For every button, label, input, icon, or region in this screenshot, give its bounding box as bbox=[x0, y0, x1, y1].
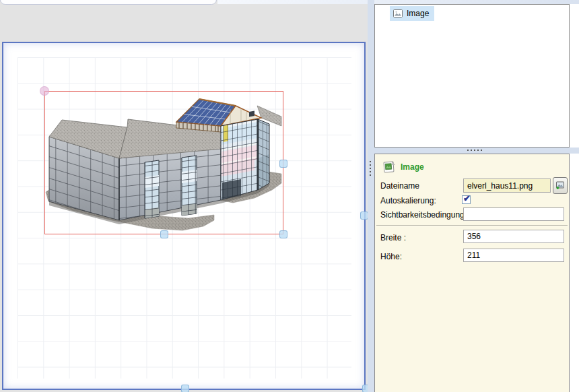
image-file-icon bbox=[382, 160, 397, 174]
selection-handle-bottom-right[interactable] bbox=[279, 230, 287, 238]
vertical-splitter-grip[interactable] bbox=[370, 161, 371, 176]
properties-title: Image bbox=[401, 162, 424, 172]
height-input[interactable] bbox=[463, 249, 564, 262]
selection-rectangle[interactable] bbox=[44, 91, 283, 234]
checkmark-icon: ✔ bbox=[463, 195, 471, 202]
selection-handle-bottom-middle[interactable] bbox=[160, 230, 168, 238]
visibility-condition-input[interactable] bbox=[463, 207, 564, 221]
autoscale-label: Autoskalierung: bbox=[380, 196, 436, 205]
filename-input[interactable] bbox=[463, 178, 551, 193]
properties-panel: Image Dateiname Autoskalierung: ✔ Sichtb… bbox=[374, 154, 570, 392]
toolbox-item-image[interactable]: Image bbox=[390, 6, 434, 21]
image-icon bbox=[393, 8, 403, 19]
vertical-splitter[interactable] bbox=[368, 0, 374, 392]
toolbox-panel: Image bbox=[374, 4, 570, 148]
design-canvas-area bbox=[0, 0, 368, 392]
toolbar-tab-remnant bbox=[0, 0, 217, 5]
horizontal-splitter[interactable] bbox=[374, 148, 579, 154]
selection-handle-right-middle[interactable] bbox=[279, 160, 287, 168]
selection-handle-top-left[interactable] bbox=[40, 86, 49, 96]
width-input[interactable] bbox=[463, 230, 564, 243]
toolbox-item-label: Image bbox=[407, 9, 429, 18]
browse-image-icon bbox=[555, 181, 565, 190]
filename-label: Dateiname bbox=[380, 181, 419, 191]
browse-button[interactable] bbox=[553, 177, 568, 194]
height-label: Höhe: bbox=[380, 252, 402, 261]
autoscale-checkbox[interactable]: ✔ bbox=[462, 195, 471, 204]
page-handle-bottom-middle[interactable] bbox=[181, 385, 189, 392]
visibility-condition-label: Sichtbarkeitsbedingung: bbox=[380, 210, 467, 220]
horizontal-splitter-grip[interactable] bbox=[467, 150, 482, 151]
separator bbox=[376, 225, 568, 226]
width-label: Breite : bbox=[380, 233, 406, 242]
